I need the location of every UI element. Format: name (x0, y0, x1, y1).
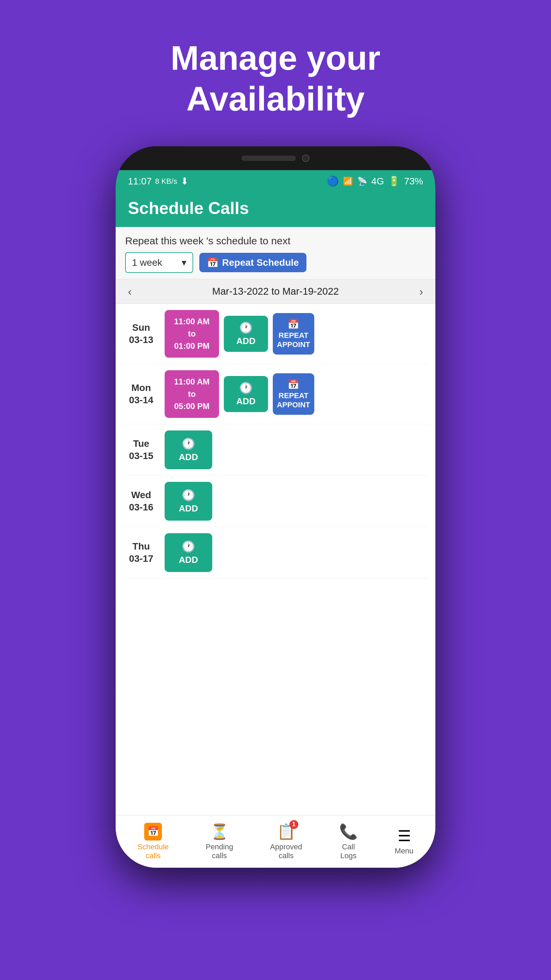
repeat-appt-icon-sun: 📅 (287, 318, 299, 330)
add-icon-sun: 🕐 (239, 321, 253, 334)
time-slot-mon[interactable]: 11:00 AMto05:00 PM (165, 370, 219, 418)
add-button-mon[interactable]: 🕐 ADD (224, 376, 268, 412)
screen-content: Repeat this week 's schedule to next 1 w… (116, 227, 435, 868)
download-icon: ⬇ (181, 176, 189, 187)
day-label-mon: Mon03-14 (122, 382, 160, 407)
nav-item-schedule-calls[interactable]: 📅 Schedulecalls (137, 823, 169, 861)
nav-item-call-logs[interactable]: 📞 CallLogs (339, 823, 358, 861)
dropdown-icon: ▾ (182, 257, 186, 268)
phone-frame: 11:07 8 KB/s ⬇ 🔵 📶 📡 4G 🔋 73% Schedule C… (116, 146, 435, 868)
nav-item-menu[interactable]: ☰ Menu (395, 827, 414, 856)
repeat-appt-button-mon[interactable]: 📅 REPEATAPPOINT (273, 373, 314, 415)
day-row-mon: Mon03-14 11:00 AMto05:00 PM 🕐 ADD 📅 REPE… (122, 364, 429, 424)
add-icon-wed: 🕐 (182, 488, 195, 501)
call-logs-icon: 📞 (339, 823, 358, 840)
network-type: 4G (372, 176, 384, 187)
menu-icon: ☰ (398, 827, 411, 845)
add-icon-thu: 🕐 (182, 540, 195, 553)
approved-calls-badge: 1 (289, 820, 298, 829)
notch-bar (116, 146, 435, 170)
add-button-wed[interactable]: 🕐 ADD (165, 482, 212, 520)
repeat-appt-icon-mon: 📅 (287, 379, 299, 390)
repeat-appt-button-sun[interactable]: 📅 REPEATAPPOINT (273, 313, 314, 355)
add-button-sun[interactable]: 🕐 ADD (224, 316, 268, 352)
status-data: 8 KB/s (155, 177, 177, 186)
approved-calls-label: Approvedcalls (270, 843, 302, 861)
add-icon-mon: 🕐 (239, 382, 253, 395)
add-icon-tue: 🕐 (182, 437, 195, 450)
pending-calls-label: Pendingcalls (206, 843, 233, 861)
nav-item-pending-calls[interactable]: ⏳ Pendingcalls (206, 823, 233, 861)
next-arrow[interactable]: › (417, 285, 426, 298)
status-time: 11:07 (128, 176, 152, 187)
repeat-section: Repeat this week 's schedule to next 1 w… (116, 227, 435, 279)
repeat-schedule-button[interactable]: 📅 Repeat Schedule (199, 253, 306, 272)
day-row-thu: Thu03-17 🕐 ADD (122, 527, 429, 579)
day-label-thu: Thu03-17 (122, 540, 160, 565)
schedule-list: Sun03-13 11:00 AMto01:00 PM 🕐 ADD 📅 REPE… (116, 304, 435, 815)
prev-arrow[interactable]: ‹ (125, 285, 134, 298)
bluetooth-icon: 🔵 (327, 176, 339, 187)
menu-label: Menu (395, 846, 414, 856)
date-nav: ‹ Mar-13-2022 to Mar-19-2022 › (116, 279, 435, 304)
add-button-thu[interactable]: 🕐 ADD (165, 533, 212, 572)
schedule-calls-label: Schedulecalls (137, 843, 169, 861)
pending-calls-icon: ⏳ (210, 823, 229, 840)
week-option: 1 week (132, 257, 162, 268)
call-logs-label: CallLogs (340, 843, 357, 861)
schedule-calls-icon: 📅 (144, 823, 162, 840)
repeat-schedule-icon: 📅 (207, 257, 219, 268)
repeat-label: Repeat this week 's schedule to next (125, 235, 426, 247)
app-header-title: Schedule Calls (128, 198, 423, 218)
bottom-nav: 📅 Schedulecalls ⏳ Pendingcalls 📋 1 Appro… (116, 815, 435, 868)
day-label-sun: Sun03-13 (122, 321, 160, 347)
day-row: Sun03-13 11:00 AMto01:00 PM 🕐 ADD 📅 REPE… (122, 304, 429, 364)
wifi-icon: 📶 (343, 177, 353, 186)
app-header: Schedule Calls (116, 192, 435, 227)
day-row-tue: Tue03-15 🕐 ADD (122, 424, 429, 476)
day-label-wed: Wed03-16 (122, 489, 160, 514)
hero-title: Manage your Availability (171, 37, 381, 119)
battery-icon: 🔋 (388, 176, 400, 187)
status-bar: 11:07 8 KB/s ⬇ 🔵 📶 📡 4G 🔋 73% (116, 170, 435, 192)
day-row-wed: Wed03-16 🕐 ADD (122, 476, 429, 527)
battery-pct: 73% (404, 176, 423, 187)
week-select[interactable]: 1 week ▾ (125, 252, 193, 273)
nav-item-approved-calls[interactable]: 📋 1 Approvedcalls (270, 823, 302, 861)
time-slot-sun[interactable]: 11:00 AMto01:00 PM (165, 310, 219, 358)
date-range-text: Mar-13-2022 to Mar-19-2022 (212, 286, 339, 297)
day-label-tue: Tue03-15 (122, 438, 160, 463)
add-button-tue[interactable]: 🕐 ADD (165, 430, 212, 469)
signal-icon: 📡 (357, 177, 367, 186)
